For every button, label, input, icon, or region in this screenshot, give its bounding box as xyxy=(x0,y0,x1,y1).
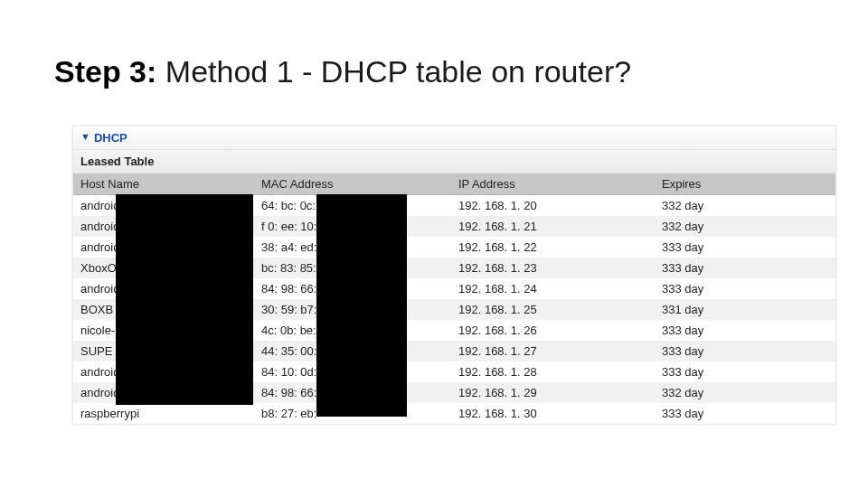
slide-title: Step 3: Method 1 - DHCP table on router? xyxy=(54,54,814,89)
redaction-mac-suffixes xyxy=(316,194,407,417)
cell-exp: 332 day xyxy=(655,216,835,237)
dhcp-section-header[interactable]: ▼ DHCP xyxy=(73,127,835,150)
cell-exp: 333 day xyxy=(655,341,835,361)
cell-ip: 192. 168. 1. 28 xyxy=(451,361,655,382)
cell-exp: 333 day xyxy=(655,278,835,299)
chevron-down-icon: ▼ xyxy=(80,132,90,142)
dhcp-section-label: DHCP xyxy=(94,131,127,145)
cell-exp: 333 day xyxy=(655,403,835,424)
cell-ip: 192. 168. 1. 29 xyxy=(451,382,655,403)
cell-exp: 333 day xyxy=(655,361,835,382)
cell-exp: 333 day xyxy=(655,320,835,341)
col-host: Host Name xyxy=(73,174,254,195)
cell-ip: 192. 168. 1. 20 xyxy=(451,195,655,217)
cell-ip: 192. 168. 1. 25 xyxy=(451,299,655,320)
cell-exp: 333 day xyxy=(655,237,835,258)
title-rest: Method 1 - DHCP table on router? xyxy=(156,54,631,89)
cell-ip: 192. 168. 1. 26 xyxy=(451,320,655,341)
cell-exp: 333 day xyxy=(655,258,835,278)
col-mac: MAC Address xyxy=(254,174,451,195)
cell-ip: 192. 168. 1. 27 xyxy=(451,341,655,361)
slide: Step 3: Method 1 - DHCP table on router?… xyxy=(0,0,868,488)
cell-ip: 192. 168. 1. 23 xyxy=(451,258,655,278)
cell-exp: 332 day xyxy=(655,382,835,403)
col-ip: IP Address xyxy=(451,174,655,195)
leased-table-heading: Leased Table xyxy=(73,150,835,174)
dhcp-panel: ▼ DHCP Leased Table Host Name MAC Addres… xyxy=(72,126,836,425)
col-expires: Expires xyxy=(655,174,835,195)
cell-ip: 192. 168. 1. 24 xyxy=(451,278,655,299)
cell-host: raspberrypi xyxy=(73,403,254,424)
cell-exp: 331 day xyxy=(655,299,835,320)
table-row: raspberrypib8: 27: eb:192. 168. 1. 30333… xyxy=(73,403,835,424)
cell-exp: 332 day xyxy=(655,195,835,217)
cell-ip: 192. 168. 1. 22 xyxy=(451,237,655,258)
title-step-label: Step 3: xyxy=(54,54,156,89)
leased-table-head: Host Name MAC Address IP Address Expires xyxy=(73,174,835,195)
cell-ip: 192. 168. 1. 30 xyxy=(451,403,655,424)
redaction-hostnames xyxy=(116,194,253,405)
cell-ip: 192. 168. 1. 21 xyxy=(451,216,655,237)
